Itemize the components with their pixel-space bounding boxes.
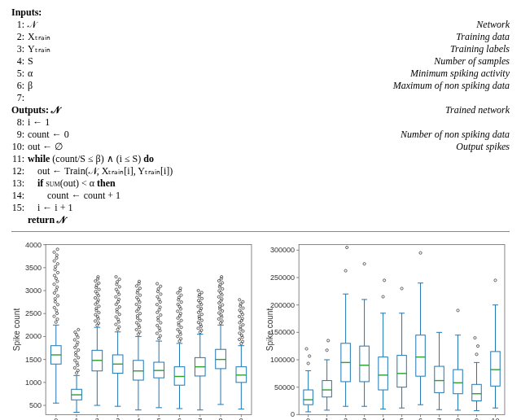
code-text: α xyxy=(28,68,33,80)
outputs-heading: Outputs: 𝒩 xyxy=(11,104,59,116)
code-text: i ← i + 1 xyxy=(28,202,72,214)
code-text: while (count/S ≤ β) ∧ (i ≤ S) do xyxy=(28,153,154,165)
svg-rect-359 xyxy=(322,381,331,397)
code-text: if sum(out) < α then xyxy=(28,177,116,190)
svg-text:4000: 4000 xyxy=(25,241,42,249)
line-number: 12: xyxy=(11,165,24,177)
line-number: 7: xyxy=(11,92,24,104)
line-comment: Network xyxy=(476,19,510,31)
svg-text:5: 5 xyxy=(157,417,161,420)
svg-text:2000: 2000 xyxy=(25,332,42,340)
svg-text:6: 6 xyxy=(177,417,182,420)
svg-text:2500: 2500 xyxy=(25,309,42,317)
svg-text:500: 500 xyxy=(29,401,42,409)
svg-rect-407 xyxy=(416,335,425,376)
svg-text:200000: 200000 xyxy=(270,301,295,309)
svg-text:Spike count: Spike count xyxy=(12,308,21,352)
svg-text:1: 1 xyxy=(75,417,79,420)
code-text: count ← count + 1 xyxy=(28,190,120,202)
line-comment: Maximum of non spiking data xyxy=(393,80,510,92)
svg-text:3000: 3000 xyxy=(25,287,42,295)
chart-b: 050000100000150000200000250000300000Spik… xyxy=(265,237,510,420)
svg-rect-388 xyxy=(379,357,387,390)
svg-text:9: 9 xyxy=(239,417,243,420)
svg-rect-398 xyxy=(397,356,406,387)
code-text: Yₜᵣₐᵢₙ xyxy=(28,43,50,55)
code-text: out ← ∅ xyxy=(28,141,63,153)
line-number: 1: xyxy=(11,19,24,31)
inputs-heading: Inputs: xyxy=(11,7,42,19)
line-number: 2: xyxy=(11,31,24,43)
code-text: out ← Train(𝒩, Xₜᵣₐᵢₙ[i], Yₜᵣₐᵢₙ[i]) xyxy=(28,165,173,177)
svg-text:2: 2 xyxy=(344,417,348,420)
svg-text:3: 3 xyxy=(362,417,366,420)
svg-text:Spike count: Spike count xyxy=(265,308,274,352)
code-text: 𝒩 xyxy=(28,19,36,31)
svg-text:0: 0 xyxy=(291,410,295,418)
line-number: 10: xyxy=(11,141,24,153)
svg-rect-444 xyxy=(491,352,500,386)
line-comment: Minimum spiking activity xyxy=(410,68,510,80)
line-number: 13: xyxy=(11,177,24,190)
svg-text:8: 8 xyxy=(456,417,460,420)
svg-text:0: 0 xyxy=(54,417,58,420)
svg-text:100000: 100000 xyxy=(270,356,295,364)
svg-text:7: 7 xyxy=(198,417,202,420)
svg-text:1: 1 xyxy=(325,417,329,420)
code-text: Xₜᵣₐᵢₙ xyxy=(28,31,50,43)
svg-rect-145 xyxy=(134,361,144,380)
line-comment: Output spikes xyxy=(456,141,510,153)
line-comment: Number of non spiking data xyxy=(401,129,510,141)
line-comment: Number of samples xyxy=(434,55,510,68)
svg-rect-379 xyxy=(360,346,369,382)
svg-text:1000: 1000 xyxy=(25,378,42,387)
code-text: β xyxy=(28,80,33,92)
svg-rect-433 xyxy=(472,384,481,400)
svg-rect-348 xyxy=(304,390,313,405)
svg-text:250000: 250000 xyxy=(270,273,295,282)
svg-text:4: 4 xyxy=(381,417,385,420)
svg-text:3500: 3500 xyxy=(25,264,42,272)
svg-text:7: 7 xyxy=(437,417,441,420)
line-number: 14: xyxy=(11,190,24,202)
svg-text:6: 6 xyxy=(418,417,422,420)
charts-row: 5001000150020002500300035004000Spike cou… xyxy=(11,231,510,420)
outputs-comment: Trained network xyxy=(445,104,510,116)
line-number: 3: xyxy=(11,43,24,55)
svg-rect-424 xyxy=(453,370,462,394)
line-number: 9: xyxy=(11,129,24,141)
return-line: return 𝒩 xyxy=(28,214,65,226)
svg-text:4: 4 xyxy=(136,417,140,420)
line-comment: Training labels xyxy=(450,43,510,55)
svg-text:300000: 300000 xyxy=(270,246,295,254)
svg-rect-416 xyxy=(435,366,444,392)
svg-text:9: 9 xyxy=(475,417,479,420)
chart-a: 5001000150020002500300035004000Spike cou… xyxy=(11,237,256,420)
svg-text:5: 5 xyxy=(400,417,404,420)
line-number: 8: xyxy=(11,116,24,129)
svg-text:10: 10 xyxy=(491,417,499,420)
svg-text:8: 8 xyxy=(219,417,223,420)
line-number: 15: xyxy=(11,202,24,214)
line-number: 11: xyxy=(11,153,24,165)
svg-text:1500: 1500 xyxy=(25,356,42,364)
algorithm-block: Inputs: 1:𝒩Network2:XₜᵣₐᵢₙTraining data3… xyxy=(11,7,510,226)
line-number: 4: xyxy=(11,55,24,68)
code-text: count ← 0 xyxy=(28,129,69,141)
svg-text:3: 3 xyxy=(116,417,120,420)
line-comment: Training data xyxy=(456,31,510,43)
code-text: S xyxy=(28,55,33,68)
line-number: 5: xyxy=(11,68,24,80)
line-number: 6: xyxy=(11,80,24,92)
code-text: i ← 1 xyxy=(28,116,50,129)
svg-text:2: 2 xyxy=(95,417,99,420)
svg-text:0: 0 xyxy=(306,417,310,420)
svg-text:50000: 50000 xyxy=(274,383,295,392)
